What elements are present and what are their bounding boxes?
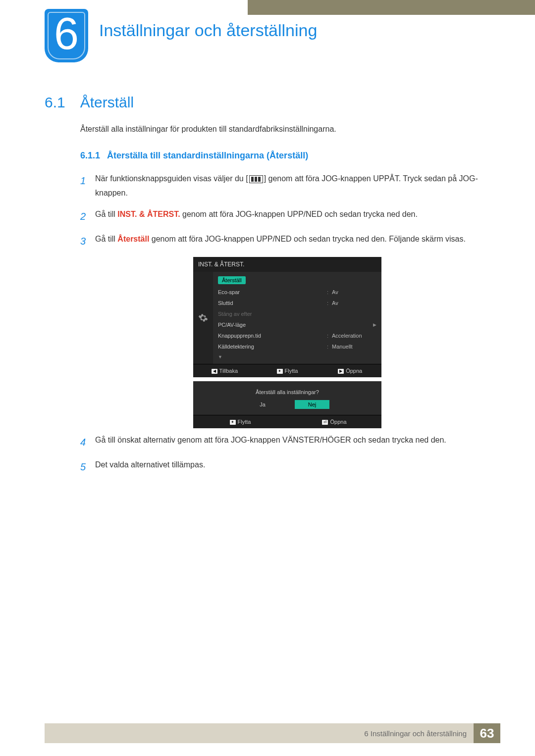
highlight-text: Återställ xyxy=(117,235,149,243)
nav-leftright-icon: ✦ xyxy=(230,420,236,425)
step-number: 4 xyxy=(80,433,95,451)
chapter-title: Inställningar och återställning xyxy=(99,21,317,40)
step-body: Gå till INST. & ÅTERST. genom att föra J… xyxy=(95,207,500,225)
osd-list: Återställ Eco-spar : Av Sluttid : Av Stä… xyxy=(213,272,381,364)
osd-item-kalldetektering: Källdetektering : Manuellt xyxy=(213,341,381,352)
osd-nav-move: ✦Flytta xyxy=(256,368,319,374)
osd-screenshot: INST. & ÅTERST. Återställ Eco-spar : Av xyxy=(193,257,500,428)
svg-rect-3 xyxy=(258,177,261,182)
step-number: 1 xyxy=(80,172,95,201)
osd-confirm-dialog: Återställ alla inställningar? Ja Nej ✦Fl… xyxy=(193,381,381,428)
section-number: 6.1 xyxy=(45,94,65,110)
section-heading: 6.1Återställ xyxy=(45,94,500,111)
menu-icon xyxy=(249,175,263,183)
subsection-heading: 6.1.1Återställa till standardinställning… xyxy=(80,151,500,161)
step-body: Gå till Återställ genom att föra JOG-kna… xyxy=(95,232,500,250)
nav-right-icon: ▶ xyxy=(338,369,344,374)
nav-left-icon: ◀ xyxy=(212,369,217,374)
step-body: När funktionsknappsguiden visas väljer d… xyxy=(95,172,500,201)
osd-item-sluttid: Sluttid : Av xyxy=(213,298,381,308)
nav-enter-icon: ⏎ xyxy=(322,420,328,425)
footer-page-number: 63 xyxy=(474,723,500,743)
svg-rect-2 xyxy=(255,177,257,182)
osd-item-stangavefter: Stäng av efter xyxy=(213,308,381,319)
dialog-yes-button: Ja xyxy=(245,400,280,409)
gear-icon xyxy=(198,313,208,323)
step-body: Gå till önskat alternativ genom att föra… xyxy=(95,433,500,451)
section-title: Återställ xyxy=(80,94,134,110)
step-1: 1 När funktionsknappsguiden visas väljer… xyxy=(80,172,500,201)
osd-nav-bar: ◀Tillbaka ✦Flytta ▶Öppna xyxy=(193,364,381,377)
step-3: 3 Gå till Återställ genom att föra JOG-k… xyxy=(80,232,500,250)
osd-item-reset: Återställ xyxy=(213,274,381,287)
footer-chapter-label: 6 Inställningar och återställning xyxy=(45,723,474,743)
step-number: 3 xyxy=(80,232,95,250)
step-4: 4 Gå till önskat alternativ genom att fö… xyxy=(80,433,500,451)
osd-nav-back: ◀Tillbaka xyxy=(193,368,256,374)
osd-menu: INST. & ÅTERST. Återställ Eco-spar : Av xyxy=(193,257,381,377)
step-5: 5 Det valda alternativet tillämpas. xyxy=(80,458,500,476)
osd-nav-open: ▶Öppna xyxy=(319,368,381,374)
osd-nav-move: ✦Flytta xyxy=(193,419,287,425)
nav-updown-icon: ✦ xyxy=(277,369,283,374)
osd-icon-column xyxy=(193,272,213,364)
step-body: Det valda alternativet tillämpas. xyxy=(95,458,500,476)
osd-item-knapprepn: Knappupprepn.tid : Acceleration xyxy=(213,330,381,341)
chevron-down-icon: ▼ xyxy=(218,354,222,359)
step-2: 2 Gå till INST. & ÅTERST. genom att föra… xyxy=(80,207,500,225)
page-content: 6.1Återställ Återställ alla inställninga… xyxy=(45,94,500,483)
step-number: 2 xyxy=(80,207,95,225)
step-number: 5 xyxy=(80,458,95,476)
intro-text: Återställ alla inställningar för produkt… xyxy=(80,125,500,134)
osd-nav-bar: ✦Flytta ⏎Öppna xyxy=(193,415,381,428)
page-footer: 6 Inställningar och återställning 63 xyxy=(45,723,535,743)
chapter-number-badge: 6 xyxy=(45,9,88,62)
osd-item-ecospar: Eco-spar : Av xyxy=(213,287,381,298)
osd-nav-open: ⏎Öppna xyxy=(287,419,381,425)
svg-rect-1 xyxy=(251,177,254,182)
subsection-number: 6.1.1 xyxy=(80,151,100,160)
header-accent-bar xyxy=(248,0,535,15)
dialog-question: Återställ alla inställningar? xyxy=(193,381,381,400)
chevron-right-icon: ▶ xyxy=(372,322,376,327)
osd-scroll-down: ▼ xyxy=(213,352,381,362)
osd-item-pcavlage: PC/AV-läge ▶ xyxy=(213,319,381,330)
subsection-title: Återställa till standardinställningarna … xyxy=(107,151,308,160)
chapter-number: 6 xyxy=(54,9,79,58)
osd-title: INST. & ÅTERST. xyxy=(193,257,381,272)
highlight-text: INST. & ÅTERST. xyxy=(117,210,180,218)
dialog-no-button: Nej xyxy=(295,400,329,409)
